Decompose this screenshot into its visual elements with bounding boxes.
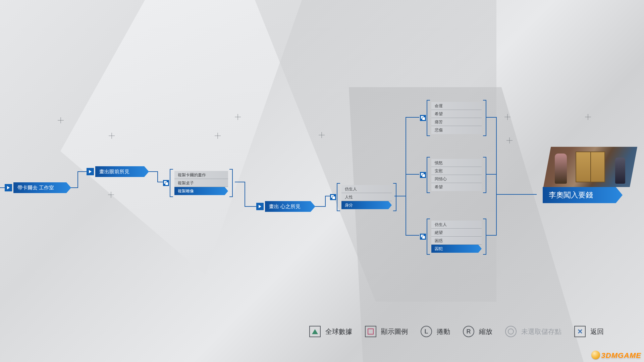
choice-option[interactable]: 仿生人 <box>341 185 392 193</box>
arrow-icon <box>5 184 12 191</box>
bracket-icon <box>427 157 430 193</box>
choice-option[interactable]: 仿生人 <box>431 221 482 229</box>
choice-feel-c[interactable]: 仿生人 絕望 困惑 囚犯 <box>431 221 482 253</box>
node-start[interactable]: 帶卡爾去 工作室 <box>13 182 71 193</box>
hint-legend[interactable]: 顯示圖例 <box>365 326 408 337</box>
arrow-icon <box>87 168 94 175</box>
hint-label: 未選取儲存點 <box>521 327 561 336</box>
choice-option[interactable]: 複製桌子 <box>174 179 228 187</box>
watermark: 3DMGAME <box>591 351 641 360</box>
watermark-ball-icon <box>591 351 600 359</box>
hint-label: 捲動 <box>437 327 450 336</box>
hint-label: 顯示圖例 <box>381 327 408 336</box>
stack-icon <box>420 115 426 121</box>
bracket-icon <box>483 219 486 255</box>
choice-option[interactable]: 希望 <box>431 183 482 191</box>
choice-option[interactable]: 複製卡爾的畫作 <box>174 171 228 179</box>
choice-feel-a[interactable]: 命運 希望 痛苦 悲傷 <box>431 102 482 134</box>
thumbnail-doors <box>576 152 605 182</box>
hint-label: 縮放 <box>479 327 492 336</box>
choice-option-selected[interactable]: 囚犯 <box>431 245 482 253</box>
watermark-text: 3DMGAME <box>601 351 641 360</box>
choice-replicate[interactable]: 複製卡爾的畫作 複製桌子 複製雕像 <box>174 171 228 195</box>
choice-option[interactable]: 同情心 <box>431 175 482 183</box>
stack-icon <box>420 172 426 178</box>
choice-option[interactable]: 希望 <box>431 110 482 118</box>
triangle-icon <box>309 326 321 337</box>
choice-option[interactable]: 安慰 <box>431 167 482 175</box>
choice-feel-b[interactable]: 憤怒 安慰 同情心 希望 <box>431 159 482 191</box>
hint-no-checkpoint: 未選取儲存點 <box>505 326 561 337</box>
thumbnail-figure <box>615 158 625 184</box>
r-stick-icon <box>463 326 474 337</box>
choice-option[interactable]: 悲傷 <box>431 126 482 134</box>
control-hints-bar: 全球數據 顯示圖例 捲動 縮放 未選取儲存點 返回 <box>0 326 644 337</box>
hint-zoom[interactable]: 縮放 <box>463 326 492 337</box>
node-paint-heart[interactable]: 畫出 心之所見 <box>265 201 315 212</box>
l-stick-icon <box>421 326 432 337</box>
choice-option[interactable]: 絕望 <box>431 229 482 237</box>
choice-option[interactable]: 痛苦 <box>431 118 482 126</box>
bracket-icon <box>427 219 430 255</box>
bracket-icon <box>170 169 173 197</box>
flowchart-canvas[interactable]: 帶卡爾去 工作室 畫出眼前所見 複製卡爾的畫作 複製桌子 複製雕像 畫出 心之所… <box>0 0 644 362</box>
hint-global-data[interactable]: 全球數據 <box>309 326 352 337</box>
choice-option-selected[interactable]: 身分 <box>341 201 392 209</box>
node-leo[interactable]: 李奧闖入要錢 <box>543 187 623 203</box>
choice-option[interactable]: 困惑 <box>431 237 482 245</box>
circle-icon <box>505 326 517 337</box>
stack-icon <box>420 234 426 240</box>
choice-option[interactable]: 命運 <box>431 102 482 110</box>
bracket-icon <box>483 157 486 193</box>
choice-option[interactable]: 人性 <box>341 193 392 201</box>
hint-back[interactable]: 返回 <box>574 326 604 337</box>
bracket-icon <box>427 100 430 136</box>
choice-option-selected[interactable]: 複製雕像 <box>174 187 228 195</box>
bracket-icon <box>337 183 340 211</box>
stack-icon <box>163 180 169 186</box>
cross-icon <box>574 326 586 337</box>
stack-icon <box>330 194 336 200</box>
choice-subject[interactable]: 仿生人 人性 身分 <box>341 185 392 209</box>
choice-option[interactable]: 憤怒 <box>431 159 482 167</box>
node-paint-see[interactable]: 畫出眼前所見 <box>95 166 149 177</box>
bracket-icon <box>393 183 396 211</box>
bracket-icon <box>229 169 233 197</box>
scene-thumbnail[interactable] <box>543 147 637 187</box>
hint-label: 返回 <box>590 327 604 336</box>
arrow-icon <box>256 203 264 210</box>
hint-scroll[interactable]: 捲動 <box>421 326 450 337</box>
square-icon <box>365 326 376 337</box>
bracket-icon <box>483 100 486 136</box>
hint-label: 全球數據 <box>325 327 352 336</box>
thumbnail-figure <box>555 154 567 184</box>
